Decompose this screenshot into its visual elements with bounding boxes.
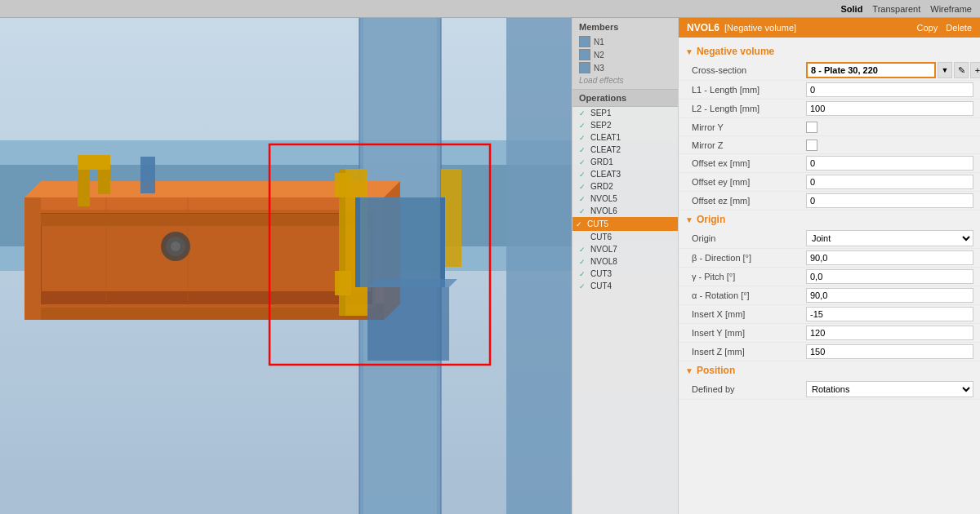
ops-check-icon: ✓ <box>579 158 587 166</box>
defined-by-select[interactable]: Rotations <box>806 381 973 397</box>
ops-check-icon: ✓ <box>579 246 587 254</box>
mirror-y-label: Mirror Y <box>692 122 806 132</box>
beta-input[interactable] <box>806 250 973 265</box>
main-content: X Y Z front Members N1 N2 <box>0 18 980 514</box>
wireframe-view[interactable]: Wireframe <box>930 4 972 14</box>
position-triangle: ▼ <box>685 366 693 375</box>
svg-rect-15 <box>41 214 372 226</box>
member-item[interactable]: N1 <box>579 35 671 48</box>
ops-item-cut4[interactable]: ✓CUT4 <box>572 280 678 292</box>
beta-label: β - Direction [°] <box>692 253 806 263</box>
offset-ez-input[interactable] <box>806 193 973 208</box>
ops-item-label: CLEAT3 <box>590 170 621 179</box>
ops-item-grd1[interactable]: ✓GRD1 <box>572 156 678 168</box>
ops-item-cleat3[interactable]: ✓CLEAT3 <box>572 168 678 180</box>
defined-by-row: Defined by Rotations <box>679 379 980 400</box>
offset-ey-input[interactable] <box>806 175 973 189</box>
svg-marker-31 <box>368 279 457 287</box>
mirror-z-checkbox[interactable] <box>806 140 817 151</box>
ops-item-label: NVOL8 <box>590 257 617 266</box>
ops-check-icon: ✓ <box>579 282 587 290</box>
ops-item-cut3[interactable]: ✓CUT3 <box>572 268 678 280</box>
offset-ey-label: Offset ey [mm] <box>692 177 806 187</box>
cross-section-edit[interactable]: ✎ <box>954 62 969 78</box>
alpha-input[interactable] <box>806 288 973 303</box>
l1-length-row: L1 - Length [mm] <box>679 81 980 100</box>
gamma-input[interactable] <box>806 269 973 284</box>
ops-check-icon: ✓ <box>579 270 587 278</box>
ops-check-icon: ✓ <box>579 183 587 191</box>
ops-item-label: SEP2 <box>590 121 612 130</box>
cross-section-input[interactable] <box>806 62 936 78</box>
cross-section-add[interactable]: + <box>970 62 980 78</box>
insert-x-row: Insert X [mm] <box>679 305 980 324</box>
ops-item-label: SEP1 <box>590 109 612 117</box>
top-bar: Solid Transparent Wireframe <box>0 0 980 18</box>
origin-section[interactable]: ▼ Origin <box>679 210 980 228</box>
member-color <box>579 62 590 73</box>
offset-ex-input[interactable] <box>806 156 973 171</box>
copy-button[interactable]: Copy <box>917 23 938 33</box>
svg-rect-17 <box>24 197 41 320</box>
ops-item-label: NVOL7 <box>590 245 617 254</box>
members-section-header: Members N1 N2 N3 Load effects <box>572 18 678 90</box>
member-item[interactable]: N2 <box>579 48 671 61</box>
cross-section-dropdown[interactable]: ▼ <box>938 62 952 78</box>
members-header: Members <box>579 22 671 32</box>
position-section[interactable]: ▼ Position <box>679 361 980 379</box>
viewport[interactable]: X Y Z front Members N1 N2 <box>0 18 678 514</box>
svg-rect-37 <box>98 170 110 194</box>
ops-item-cleat2[interactable]: ✓CLEAT2 <box>572 144 678 156</box>
ops-item-nvol7[interactable]: ✓NVOL7 <box>572 243 678 255</box>
origin-select[interactable]: Joint <box>806 230 973 246</box>
ops-item-sep1[interactable]: ✓SEP1 <box>572 107 678 119</box>
mirror-y-checkbox[interactable] <box>806 122 817 133</box>
collapse-triangle: ▼ <box>685 47 693 56</box>
solid-view[interactable]: Solid <box>840 4 862 14</box>
insert-z-row: Insert Z [mm] <box>679 343 980 361</box>
ops-item-cleat1[interactable]: ✓CLEAT1 <box>572 131 678 144</box>
svg-rect-29 <box>335 271 351 295</box>
mirror-z-row: Mirror Z <box>679 136 980 154</box>
svg-rect-26 <box>440 197 445 287</box>
position-label: Position <box>697 365 735 376</box>
beta-row: β - Direction [°] <box>679 249 980 268</box>
delete-button[interactable]: Delete <box>946 23 972 33</box>
gamma-label: γ - Pitch [°] <box>692 272 806 281</box>
offset-ex-row: Offset ex [mm] <box>679 154 980 173</box>
defined-by-label: Defined by <box>692 384 806 394</box>
operations-list: ✓SEP1✓SEP2✓CLEAT1✓CLEAT2✓GRD1✓CLEAT3✓GRD… <box>572 107 678 514</box>
svg-rect-24 <box>355 197 445 287</box>
l2-length-input[interactable] <box>806 101 973 116</box>
panel-actions: Copy Delete <box>917 23 972 33</box>
ops-check-icon: ✓ <box>579 195 587 203</box>
member-item[interactable]: N3 <box>579 61 671 74</box>
ops-item-label: GRD1 <box>590 157 613 166</box>
negative-volume-label: Negative volume <box>697 46 774 57</box>
ops-item-nvol6[interactable]: ✓NVOL6 <box>572 205 678 217</box>
ops-check-icon: ✓ <box>579 258 587 266</box>
svg-rect-16 <box>41 291 372 304</box>
insert-y-input[interactable] <box>806 326 973 340</box>
ops-item-nvol8[interactable]: ✓NVOL8 <box>572 255 678 268</box>
transparent-view[interactable]: Transparent <box>872 4 920 14</box>
svg-point-34 <box>171 241 180 251</box>
ops-item-sep2[interactable]: ✓SEP2 <box>572 119 678 131</box>
ops-item-label: CUT3 <box>590 269 612 278</box>
member-label: N3 <box>594 64 604 73</box>
ops-item-cut5[interactable]: ✓CUT5 <box>572 217 678 231</box>
insert-z-input[interactable] <box>806 344 973 359</box>
panel-header: NVOL6 [Negative volume] Copy Delete <box>679 18 980 38</box>
ops-item-nvol5[interactable]: ✓NVOL5 <box>572 193 678 205</box>
negative-volume-section[interactable]: ▼ Negative volume <box>679 42 980 60</box>
insert-x-input[interactable] <box>806 307 973 321</box>
mirror-y-row: Mirror Y <box>679 118 980 136</box>
member-label: N2 <box>594 51 604 60</box>
cross-section-input-wrap: ▼ ✎ + <box>806 62 980 78</box>
ops-item-grd2[interactable]: ✓GRD2 <box>572 180 678 193</box>
panel-title: NVOL6 [Negative volume] <box>687 22 796 33</box>
ops-check-icon: ✓ <box>579 171 587 179</box>
ops-item-cut6[interactable]: CUT6 <box>572 231 678 243</box>
ops-item-label: CUT6 <box>590 233 612 241</box>
l1-length-input[interactable] <box>806 82 973 97</box>
